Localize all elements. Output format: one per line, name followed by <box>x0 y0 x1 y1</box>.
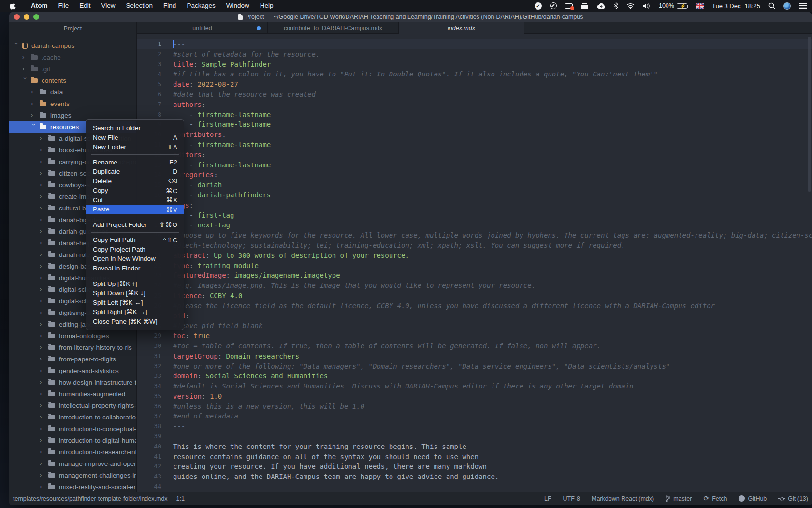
chevron-right-icon[interactable]: › <box>40 309 45 315</box>
code-line-14[interactable]: 14categories: <box>137 170 812 180</box>
status-file-path[interactable]: templates/resources/pathfinder-template-… <box>13 495 168 502</box>
code-line-34[interactable]: 34#default is Social Sciences and Humani… <box>137 381 812 391</box>
status-item-master[interactable]: master <box>666 495 692 502</box>
chevron-right-icon[interactable]: › <box>40 344 45 350</box>
tree-item-management-challenges-in-research[interactable]: ›management-challenges-in-research <box>9 469 136 481</box>
code-line-44[interactable]: 44 <box>137 482 812 492</box>
context-menu-item-add-project-folder[interactable]: Add Project Folder⇧⌘O <box>86 220 184 230</box>
chevron-right-icon[interactable]: › <box>40 390 45 397</box>
tree-item-events[interactable]: ›events <box>9 98 136 109</box>
chevron-right-icon[interactable]: › <box>40 135 45 141</box>
input-language-flag-icon[interactable] <box>696 2 704 10</box>
context-menu-item-copy-full-path[interactable]: Copy Full Path^⇧C <box>86 235 184 245</box>
context-menu-item-new-file[interactable]: New FileA <box>86 133 184 143</box>
chevron-right-icon[interactable]: › <box>40 356 45 362</box>
context-menu-item-open-in-new-window[interactable]: Open in New Window <box>86 254 184 264</box>
chevron-right-icon[interactable]: › <box>40 472 45 478</box>
code-line-8[interactable]: 8 - firstname-lastname <box>137 110 812 120</box>
cloud-sync-icon[interactable] <box>596 2 606 10</box>
chevron-right-icon[interactable]: › <box>22 54 28 60</box>
context-menu-item-reveal-in-finder[interactable]: Reveal in Finder <box>86 264 184 273</box>
code-line-36[interactable]: 36#unless this is a new version, this wi… <box>137 402 812 412</box>
chevron-right-icon[interactable]: › <box>40 158 45 164</box>
code-line-26[interactable]: 26#please the licence field as the defau… <box>137 301 812 311</box>
code-line-15[interactable]: 15 - dariah <box>137 180 812 190</box>
tree-item-.git[interactable]: ›.git <box>9 63 136 75</box>
chevron-down-icon[interactable]: › <box>14 42 20 48</box>
context-menu-item-copy[interactable]: Copy⌘C <box>86 186 184 195</box>
code-line-20[interactable]: 20#choose up to five keywords for the re… <box>137 230 812 240</box>
tree-item-contents[interactable]: ›contents <box>9 75 136 86</box>
menu-selection[interactable]: Selection <box>121 0 159 12</box>
context-menu-item-close-pane-k-w[interactable]: Close Pane [⌘K ⌘W] <box>86 316 184 326</box>
context-menu-item-split-down-k[interactable]: Split Down [⌘K ↓] <box>86 288 184 298</box>
menu-window[interactable]: Window <box>221 0 255 12</box>
status-item-utf-8[interactable]: UTF-8 <box>563 495 580 502</box>
wifi-icon[interactable] <box>626 2 635 10</box>
chevron-down-icon[interactable]: › <box>22 77 29 83</box>
tree-item-from-paper-to-digits[interactable]: ›from-paper-to-digits <box>9 353 136 365</box>
zoom-window-button[interactable] <box>33 14 39 20</box>
context-menu-item-rename[interactable]: RenameF2 <box>86 158 184 167</box>
context-menu-item-split-right-k[interactable]: Split Right [⌘K →] <box>86 307 184 317</box>
chevron-right-icon[interactable]: › <box>40 483 45 490</box>
code-line-25[interactable]: 25licence: CCBY 4.0 <box>137 291 812 301</box>
chevron-right-icon[interactable]: › <box>40 367 45 374</box>
control-center-icon[interactable] <box>799 2 807 10</box>
browser-app-icon[interactable] <box>783 2 791 10</box>
chevron-right-icon[interactable]: › <box>40 228 45 234</box>
shortcuts-status-icon[interactable]: ✓ <box>535 2 542 10</box>
tree-item-humanities-augmented[interactable]: ›humanities-augmented <box>9 388 136 400</box>
chevron-right-icon[interactable]: › <box>40 460 45 466</box>
context-menu-item-split-left-k[interactable]: Split Left [⌘K ←] <box>86 298 184 307</box>
stage-manager-icon[interactable] <box>581 2 588 10</box>
chevron-right-icon[interactable]: › <box>40 414 45 420</box>
code-line-30[interactable]: 30#toc = table of contents. If true, the… <box>137 341 812 351</box>
code-line-39[interactable]: 39 <box>137 432 812 442</box>
code-line-16[interactable]: 16 - dariah-pathfinders <box>137 190 812 200</box>
context-menu-item-new-folder[interactable]: New Folder⇧A <box>86 142 184 152</box>
code-line-11[interactable]: 11 - firstname-lastname <box>137 140 812 150</box>
tab-index.mdx[interactable]: index.mdx <box>399 22 524 34</box>
code-line-43[interactable]: 43guides online, and the DARIAH-Campus t… <box>137 472 812 482</box>
code-line-37[interactable]: 37#end of metadata <box>137 411 812 421</box>
chevron-right-icon[interactable]: › <box>31 89 37 95</box>
context-menu-item-cut[interactable]: Cut⌘X <box>86 195 184 205</box>
code-line-21[interactable]: 21abstract: Up to 300 words of descripti… <box>137 251 812 261</box>
status-item-github[interactable]: GitHub <box>739 495 767 502</box>
chevron-right-icon[interactable]: › <box>40 170 45 176</box>
code-line-27[interactable]: 27pid: <box>137 311 812 321</box>
menu-edit[interactable]: Edit <box>74 0 96 12</box>
tree-item-formal-ontologies[interactable]: ›formal-ontologies <box>9 330 136 342</box>
text-editor[interactable]: 1---2#start of metadata for the resource… <box>137 34 812 492</box>
tree-item-introduction-to-research-infrastructures[interactable]: ›introduction-to-research-infrastructure… <box>9 446 136 458</box>
menu-view[interactable]: View <box>96 0 121 12</box>
tab-untitled[interactable]: untitled <box>137 22 268 33</box>
screen-mirroring-icon[interactable] <box>565 2 573 10</box>
chevron-right-icon[interactable]: › <box>40 147 45 153</box>
tree-item-intellectual-property-rights-ethical-issues[interactable]: ›intellectual-property-rights-ethical-is… <box>9 400 136 411</box>
status-item-lf[interactable]: LF <box>544 495 551 502</box>
code-line-7[interactable]: 7authors: <box>137 100 812 110</box>
tree-item-introduction-to-digital-humanities[interactable]: ›introduction-to-digital-humanities <box>9 434 136 446</box>
code-line-33[interactable]: 33domain: Social Sciences and Humanities <box>137 371 812 381</box>
editor-scrollbar[interactable] <box>808 37 811 192</box>
chevron-right-icon[interactable]: › <box>31 112 37 118</box>
code-line-4[interactable]: 4#if title has a colon in it, you have t… <box>137 69 812 79</box>
code-line-23[interactable]: 23featuredImage: images/imagename.imaget… <box>137 270 812 281</box>
code-line-3[interactable]: 3title: Sample Pathfinder <box>137 60 812 70</box>
code-line-9[interactable]: 9 - firstname-lastname <box>137 120 812 130</box>
chevron-right-icon[interactable]: › <box>40 437 45 443</box>
code-line-5[interactable]: 5date: 2022-08-27 <box>137 79 812 90</box>
code-line-38[interactable]: 38--- <box>137 421 812 432</box>
context-menu-item-delete[interactable]: Delete⌫ <box>86 177 184 186</box>
close-window-button[interactable] <box>14 14 20 20</box>
tree-item-gender-and-stylistics[interactable]: ›gender-and-stylistics <box>9 365 136 376</box>
code-line-31[interactable]: 31targetGroup: Domain researchers <box>137 351 812 361</box>
code-line-19[interactable]: 19 - next-tag <box>137 220 812 230</box>
tree-item-from-literary-history-to-ris[interactable]: ›from-literary-history-to-ris <box>9 342 136 353</box>
chevron-right-icon[interactable]: › <box>40 193 45 199</box>
tree-item-data[interactable]: ›data <box>9 86 136 98</box>
chevron-right-icon[interactable]: › <box>22 65 28 72</box>
minimize-window-button[interactable] <box>24 14 29 20</box>
